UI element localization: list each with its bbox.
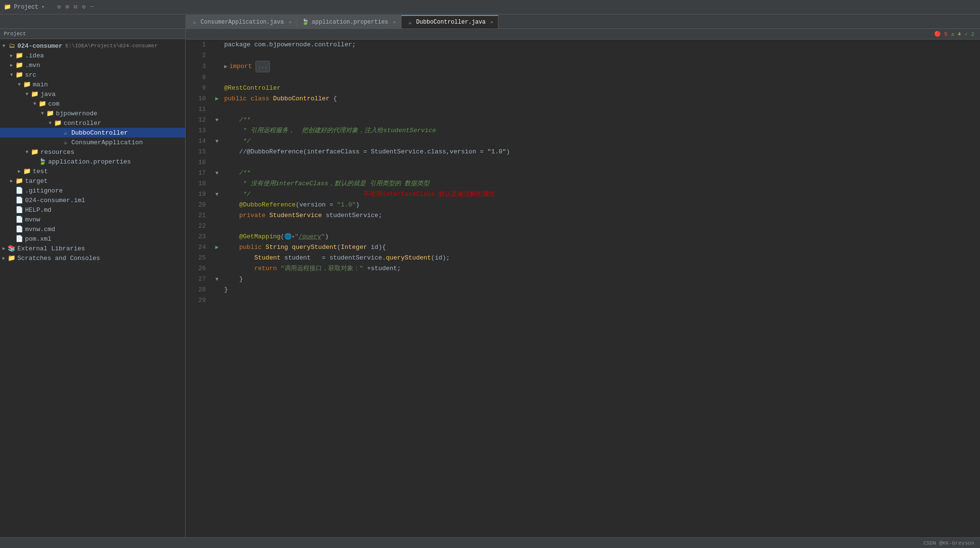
code-10[interactable]: public class DubboController {	[224, 94, 337, 104]
code-line-12: 12 ▼ /**	[186, 115, 980, 125]
layout-icon[interactable]: ⊞	[66, 3, 69, 11]
code-9[interactable]: @RestController	[224, 83, 281, 94]
sidebar-item-main[interactable]: ▼ 📁 main	[0, 80, 185, 89]
dropdown-23[interactable]: ▾	[292, 232, 295, 242]
code-12[interactable]: /**	[224, 115, 251, 125]
fold-icon-27[interactable]: ▼	[215, 274, 219, 285]
sidebar-item-scratches[interactable]: ▶ 📁 Scratches and Consoles	[0, 253, 185, 263]
file-icon-mvnw: 📄	[15, 216, 23, 223]
code-15[interactable]: //@DubboReference(interfaceClass = Stude…	[224, 147, 510, 157]
tab-close-dubbo[interactable]: ✕	[490, 19, 493, 25]
sidebar-item-consumerapplication[interactable]: ▶ ☕ ConsumerApplication	[0, 137, 185, 147]
line-num-13: 13	[186, 125, 210, 136]
code-line-23: 23 @GetMapping ( 🌐 ▾ "/query" )	[186, 232, 980, 242]
run-icon-24[interactable]: ▶	[215, 242, 218, 253]
error-count[interactable]: 🔴 5	[934, 31, 947, 37]
sp1-10	[247, 94, 251, 104]
code-28[interactable]: }	[224, 285, 228, 295]
code-18: * 没有使用interfaceClass，默认的就是 引用类型的 数据类型	[224, 178, 430, 189]
code-26[interactable]: return "调用远程接口，获取对象：" +student;	[224, 263, 401, 274]
sidebar-item-mvn[interactable]: ▶ 📁 .mvn	[0, 60, 185, 70]
gutter-13	[210, 125, 224, 136]
sidebar-item-dubbocontroller[interactable]: ▶ ☕ DubboController	[0, 128, 185, 137]
cmt-14: */	[224, 136, 251, 147]
sidebar-item-appprops[interactable]: ▶ 🍃 application.properties	[0, 157, 185, 166]
tab-close-properties[interactable]: ✕	[393, 19, 396, 25]
sidebar-item-mvnw[interactable]: ▶ 📄 mvnw	[0, 215, 185, 224]
fold-icon-3[interactable]: ▶	[224, 61, 228, 72]
code-27[interactable]: }	[224, 274, 243, 285]
fold-icon-14[interactable]: ▼	[215, 136, 219, 147]
settings-icon[interactable]: ⚙	[57, 3, 61, 11]
sidebar-item-test[interactable]: ▶ 📁 test	[0, 166, 185, 176]
run-icon-10[interactable]: ▶	[215, 94, 218, 104]
tab-close-consumer[interactable]: ✕	[289, 19, 292, 25]
project-dropdown-icon[interactable]: ▾	[41, 3, 44, 11]
sidebar-item-help[interactable]: ▶ 📄 HELP.md	[0, 205, 185, 215]
tab-consumer[interactable]: ☕ ConsumerApplication.java ✕	[186, 15, 297, 28]
sp-26	[277, 263, 281, 274]
code-line-17: 17 ▼ /**	[186, 168, 980, 178]
code-25[interactable]: Student student = studentService. queryS…	[224, 253, 450, 263]
sidebar-item-src[interactable]: ▼ 📁 src	[0, 70, 185, 80]
file-icon-iml: 📄	[15, 196, 23, 204]
arrow-controller: ▼	[46, 121, 54, 126]
file-icon-pom: 📄	[15, 235, 23, 243]
sidebar-item-java[interactable]: ▼ 📁 java	[0, 89, 185, 99]
sidebar-item-idea[interactable]: ▶ 📁 .idea	[0, 51, 185, 60]
code-19[interactable]: */ 不使用interfaceClass 默认是被注解的属性	[224, 189, 495, 200]
gear2-icon[interactable]: ⚙	[82, 3, 85, 11]
fold-icon-19[interactable]: ▼	[215, 189, 219, 200]
folder-icon-idea: 📁	[15, 52, 23, 59]
ok-count[interactable]: ✓ 2	[965, 31, 974, 37]
collapsed-import[interactable]: ...	[255, 61, 270, 72]
sidebar-item-controller[interactable]: ▼ 📁 controller	[0, 118, 185, 128]
label-java: java	[40, 91, 55, 98]
arrow-bjpowernode: ▼	[39, 111, 46, 116]
annotation-restcontroller: @RestController	[224, 83, 281, 94]
fold-icon-12[interactable]: ▼	[215, 115, 219, 125]
warning-count[interactable]: ⚠ 4	[951, 31, 961, 37]
ann-dubboreference: @DubboReference	[239, 200, 295, 210]
code-editor[interactable]: 1 package com.bjpowernode.controller; 2 …	[186, 40, 980, 537]
sidebar-item-bjpowernode[interactable]: ▼ 📁 bjpowernode	[0, 109, 185, 118]
code-17[interactable]: /**	[224, 168, 251, 178]
sidebar-item-gitignore[interactable]: ▶ 📄 .gitignore	[0, 186, 185, 195]
fold-icon-17[interactable]: ▼	[215, 168, 219, 178]
folder-icon-target: 📁	[15, 177, 23, 185]
toolbar-icons: ⚙ ⊞ ⊟ ⚙ —	[57, 3, 94, 11]
sidebar-item-mvnwcmd[interactable]: ▶ 📄 mvnw.cmd	[0, 224, 185, 234]
sidebar-item-com[interactable]: ▼ 📁 com	[0, 99, 185, 109]
title-bar: 📁 Project ▾ ⚙ ⊞ ⊟ ⚙ —	[0, 0, 980, 14]
tab-dubbo[interactable]: ☕ DubboController.java ✕	[401, 15, 498, 28]
sidebar-item-extlibs[interactable]: ▶ 📚 External Libraries	[0, 244, 185, 253]
code-line-10: 10 ▶ public class DubboController {	[186, 94, 980, 104]
label-scratches: Scratches and Consoles	[17, 255, 100, 262]
sidebar-item-target[interactable]: ▶ 📁 target	[0, 176, 185, 186]
sidebar-item-root[interactable]: ▼ 🗂 024-consumer E:\IDEA\Projects\024-co…	[0, 41, 185, 51]
sidebar-item-iml[interactable]: ▶ 📄 024-consumer.iml	[0, 195, 185, 205]
line-num-19: 19	[186, 189, 210, 200]
line-num-11: 11	[186, 104, 210, 115]
split-icon[interactable]: ⊟	[74, 3, 77, 11]
code-20[interactable]: @DubboReference (version = "1.0" )	[224, 200, 360, 210]
file-icon-gitignore: 📄	[15, 187, 23, 194]
code-23[interactable]: @GetMapping ( 🌐 ▾ "/query" )	[224, 232, 329, 242]
code-14: */	[224, 136, 251, 147]
sidebar-item-pom[interactable]: ▶ 📄 pom.xml	[0, 234, 185, 244]
label-main: main	[33, 81, 48, 88]
tab-properties[interactable]: 🍃 application.properties ✕	[297, 15, 401, 28]
brace-10: {	[329, 94, 337, 104]
gutter-25	[210, 253, 224, 263]
project-label[interactable]: Project	[14, 4, 38, 11]
str-query: "/query"	[295, 232, 324, 242]
kw-class-10: class	[251, 94, 269, 104]
code-3[interactable]: ▶ import ...	[224, 61, 270, 72]
code-21[interactable]: private StudentService studentService;	[224, 210, 382, 221]
minus-icon[interactable]: —	[91, 3, 94, 11]
code-24[interactable]: public String queryStudent ( Integer id)…	[224, 242, 386, 253]
sidebar-item-resources[interactable]: ▼ 📁 resources	[0, 147, 185, 157]
label-gitignore: .gitignore	[25, 187, 63, 194]
code-1[interactable]: package com.bjpowernode.controller;	[224, 40, 356, 50]
kw-private: private	[239, 210, 266, 221]
